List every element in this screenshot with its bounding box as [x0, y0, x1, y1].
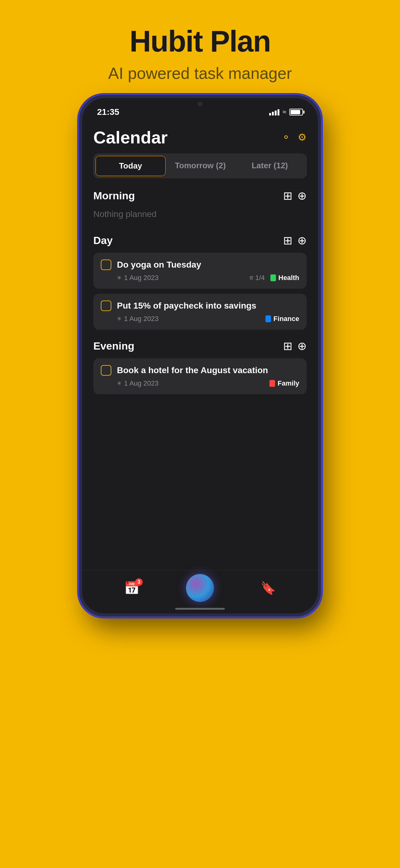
task-savings-tag: Finance — [265, 315, 299, 323]
phone-frame: 21:35 ≈ Calendar ⚬ — [79, 95, 321, 617]
tab-tomorrow[interactable]: Tomorrow (2) — [166, 156, 235, 176]
task-yoga-meta: ✳ 1 Aug 2023 ≡ 1/4 Health — [101, 274, 299, 282]
task-yoga-tag: Health — [270, 274, 299, 282]
tabs-container: Today Tomorrow (2) Later (12) — [93, 154, 307, 178]
list-icon: ≡ — [249, 274, 253, 282]
day-title: Day — [93, 235, 112, 247]
task-yoga-right: ≡ 1/4 Health — [249, 274, 299, 282]
app-header: Calendar ⚬ ⚙ — [93, 120, 307, 154]
family-tag-icon — [269, 380, 275, 387]
battery-icon — [289, 108, 303, 116]
bottom-bar: 📅 3 🔖 — [82, 570, 318, 614]
sun-small-icon: ✳ — [117, 380, 122, 387]
home-indicator — [175, 608, 225, 610]
task-savings-checkbox[interactable] — [101, 301, 111, 311]
shuffle-evening-icon[interactable]: ⊞ — [283, 340, 292, 353]
task-hotel-right: Family — [269, 379, 299, 388]
status-icons: ≈ — [269, 108, 303, 116]
task-savings-top: Put 15% of paycheck into savings — [101, 301, 299, 311]
app-subtitle: AI powered task manager — [108, 64, 292, 83]
task-savings-date: ✳ 1 Aug 2023 — [117, 315, 159, 323]
evening-title: Evening — [93, 340, 134, 352]
task-savings-right: Finance — [265, 315, 299, 323]
camera-notch — [198, 101, 202, 106]
app-title: Hubit Plan — [108, 25, 292, 58]
evening-actions: ⊞ ⊕ — [283, 340, 307, 353]
phone-screen: 21:35 ≈ Calendar ⚬ — [82, 98, 318, 614]
status-time: 21:35 — [97, 107, 120, 117]
task-yoga-title: Do yoga on Tuesday — [117, 260, 201, 270]
task-savings-meta: ✳ 1 Aug 2023 Finance — [101, 315, 299, 323]
bookmark-icon: 🔖 — [261, 581, 276, 595]
wifi-icon: ≈ — [282, 108, 286, 116]
calendar-badge: 3 — [135, 578, 143, 586]
add-evening-button[interactable]: ⊕ — [297, 340, 307, 353]
task-savings-title: Put 15% of paycheck into savings — [117, 301, 257, 311]
ai-assistant-button[interactable] — [186, 574, 214, 602]
calendar-tab[interactable]: 📅 3 — [124, 581, 139, 595]
header-actions: ⚬ ⚙ — [282, 131, 307, 143]
add-day-button[interactable]: ⊕ — [297, 234, 307, 247]
section-day-header: Day ⊞ ⊕ — [93, 234, 307, 247]
settings-icon[interactable]: ⚙ — [298, 131, 307, 143]
task-hotel-date: ✳ 1 Aug 2023 — [117, 379, 159, 388]
tab-today[interactable]: Today — [96, 156, 166, 176]
tab-later[interactable]: Later (12) — [235, 156, 304, 176]
morning-empty-message: Nothing planned — [93, 208, 307, 224]
bookmarks-tab[interactable]: 🔖 — [261, 581, 276, 595]
signal-icon — [269, 108, 279, 116]
page-title: Calendar — [93, 127, 168, 148]
task-card-yoga[interactable]: Do yoga on Tuesday ✳ 1 Aug 2023 ≡ 1/4 — [93, 253, 307, 289]
task-card-hotel[interactable]: Book a hotel for the August vacation ✳ 1… — [93, 358, 307, 394]
notch — [172, 98, 228, 110]
sun-small-icon: ✳ — [117, 274, 122, 281]
task-yoga-progress: ≡ 1/4 — [249, 274, 265, 282]
finance-tag-icon — [265, 315, 271, 322]
section-day: Day ⊞ ⊕ Do yoga on Tuesday ✳ — [93, 234, 307, 330]
task-card-savings[interactable]: Put 15% of paycheck into savings ✳ 1 Aug… — [93, 294, 307, 330]
health-tag-icon — [270, 274, 276, 281]
task-hotel-checkbox[interactable] — [101, 365, 111, 376]
shuffle-icon[interactable]: ⊞ — [283, 189, 292, 203]
search-icon[interactable]: ⚬ — [282, 131, 290, 143]
task-hotel-meta: ✳ 1 Aug 2023 Family — [101, 379, 299, 388]
day-actions: ⊞ ⊕ — [283, 234, 307, 247]
task-hotel-top: Book a hotel for the August vacation — [101, 365, 299, 376]
task-yoga-date: ✳ 1 Aug 2023 — [117, 274, 159, 282]
sun-small-icon: ✳ — [117, 315, 122, 322]
morning-actions: ⊞ ⊕ — [283, 189, 307, 203]
morning-title: Morning — [93, 190, 135, 202]
section-morning: Morning ⊞ ⊕ Nothing planned — [93, 189, 307, 224]
task-hotel-tag: Family — [269, 379, 299, 388]
section-evening: Evening ⊞ ⊕ Book a hotel for the August … — [93, 340, 307, 394]
page-header: Hubit Plan AI powered task manager — [108, 0, 292, 83]
shuffle-day-icon[interactable]: ⊞ — [283, 234, 292, 247]
task-yoga-checkbox[interactable] — [101, 259, 111, 270]
section-morning-header: Morning ⊞ ⊕ — [93, 189, 307, 203]
add-morning-button[interactable]: ⊕ — [297, 189, 307, 203]
task-yoga-top: Do yoga on Tuesday — [101, 259, 299, 270]
section-evening-header: Evening ⊞ ⊕ — [93, 340, 307, 353]
content-area: Calendar ⚬ ⚙ Today Tomorrow (2) Later (1… — [82, 120, 318, 570]
task-hotel-title: Book a hotel for the August vacation — [117, 365, 268, 375]
